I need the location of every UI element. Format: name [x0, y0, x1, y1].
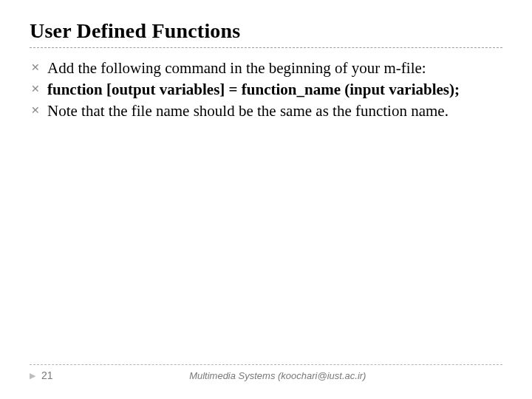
bullet-icon: ✕: [30, 80, 47, 99]
list-item: ✕ Note that the file name should be the …: [30, 101, 502, 121]
bullet-text: Note that the file name should be the sa…: [47, 101, 502, 121]
bullet-icon: ✕: [30, 101, 47, 120]
footer-arrow-icon: ▶: [30, 372, 35, 380]
list-item: ✕ function [output variables] = function…: [30, 80, 502, 100]
bullet-text: Add the following command in the beginni…: [47, 58, 502, 78]
title-divider: [30, 47, 502, 48]
footer: ▶ 21 Multimedia Systems (koochari@iust.a…: [30, 364, 502, 381]
bullet-icon: ✕: [30, 58, 47, 78]
content-area: ✕ Add the following command in the begin…: [30, 58, 502, 121]
slide-title: User Defined Functions: [30, 19, 502, 43]
footer-divider: [30, 364, 502, 365]
footer-center-text: Multimedia Systems (koochari@iust.ac.ir): [53, 370, 502, 381]
bullet-text: function [output variables] = function_n…: [47, 80, 502, 100]
footer-row: ▶ 21 Multimedia Systems (koochari@iust.a…: [30, 369, 502, 381]
page-number: 21: [41, 369, 53, 381]
slide: User Defined Functions ✕ Add the followi…: [0, 0, 532, 399]
list-item: ✕ Add the following command in the begin…: [30, 58, 502, 78]
